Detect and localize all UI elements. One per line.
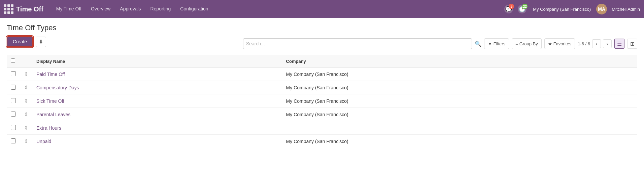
- toolbar: Create ⬇: [7, 36, 46, 47]
- row-company-cell: [282, 121, 629, 135]
- row-company: My Company (San Francisco): [286, 112, 348, 117]
- topnav-right: 💬 5 🕐 22 My Company (San Francisco) MA M…: [503, 4, 640, 14]
- top-navigation: Time Off My Time Off Overview Approvals …: [0, 0, 644, 18]
- row-name-cell: Sick Time Off: [32, 94, 282, 108]
- filters-label: Filters: [494, 41, 505, 46]
- row-checkbox-cell: [7, 81, 20, 94]
- row-company: My Company (San Francisco): [286, 139, 348, 144]
- app-title: Time Off: [16, 5, 43, 13]
- row-extra-cell: [629, 121, 638, 135]
- select-all-checkbox[interactable]: [11, 58, 15, 63]
- row-company-cell: My Company (San Francisco): [282, 135, 629, 148]
- pagination: 1-6 / 6 ‹ ›: [578, 39, 612, 48]
- row-name[interactable]: Compensatory Days: [36, 85, 79, 90]
- row-checkbox[interactable]: [11, 98, 16, 103]
- table-row: ⇕ Parental Leaves My Company (San Franci…: [7, 108, 637, 121]
- row-name[interactable]: Sick Time Off: [36, 98, 64, 104]
- download-icon: ⬇: [39, 39, 43, 45]
- next-page-button[interactable]: ›: [603, 39, 612, 48]
- chat-count: 5: [509, 4, 514, 9]
- row-checkbox-cell: [7, 108, 20, 121]
- drag-handle-cell: ⇕: [20, 121, 32, 135]
- row-name[interactable]: Paid Time Off: [36, 72, 65, 77]
- groupby-icon: ≡: [515, 41, 518, 46]
- groupby-button[interactable]: ≡ Group By: [512, 38, 542, 49]
- table-container: Display Name Company ⇕ Paid Time Off My …: [7, 55, 637, 148]
- table-row: ⇕ Unpaid My Company (San Francisco): [7, 135, 637, 148]
- search-bar: 🔍 ▼ Filters ≡ Group By ★ Favorites 1-6 /…: [49, 38, 637, 49]
- prev-page-button[interactable]: ‹: [592, 39, 601, 48]
- nav-overview[interactable]: Overview: [86, 0, 115, 18]
- drag-handle-cell: ⇕: [20, 108, 32, 121]
- create-button[interactable]: Create: [7, 36, 33, 47]
- row-checkbox-cell: [7, 68, 20, 81]
- row-checkbox[interactable]: [11, 125, 16, 130]
- row-name-cell: Extra Hours: [32, 121, 282, 135]
- list-icon: ☰: [617, 41, 622, 47]
- row-company: My Company (San Francisco): [286, 72, 348, 77]
- row-company-cell: My Company (San Francisco): [282, 68, 629, 81]
- row-checkbox[interactable]: [11, 85, 16, 90]
- filters-button[interactable]: ▼ Filters: [484, 38, 509, 49]
- clock-notifications[interactable]: 🕐 22: [517, 4, 528, 14]
- search-icon: 🔍: [475, 41, 481, 47]
- table-row: ⇕ Compensatory Days My Company (San Fran…: [7, 81, 637, 94]
- nav-approvals[interactable]: Approvals: [115, 0, 145, 18]
- user-name[interactable]: Mitchell Admin: [612, 7, 640, 12]
- grid-view-button[interactable]: ⊞: [627, 39, 637, 49]
- search-button[interactable]: 🔍: [475, 41, 481, 47]
- download-button[interactable]: ⬇: [36, 37, 46, 47]
- chat-notifications[interactable]: 💬 5: [503, 4, 514, 14]
- table-row: ⇕ Extra Hours: [7, 121, 637, 135]
- filter-icon: ▼: [488, 41, 492, 46]
- avatar[interactable]: MA: [596, 4, 607, 14]
- company-name: My Company (San Francisco): [533, 7, 591, 12]
- table-row: ⇕ Paid Time Off My Company (San Francisc…: [7, 68, 637, 81]
- nav-configuration[interactable]: Configuration: [175, 0, 213, 18]
- table-row: ⇕ Sick Time Off My Company (San Francisc…: [7, 94, 637, 108]
- row-name[interactable]: Extra Hours: [36, 125, 61, 131]
- nav-reporting[interactable]: Reporting: [146, 0, 176, 18]
- row-name[interactable]: Unpaid: [36, 139, 51, 144]
- drag-handle-cell: ⇕: [20, 81, 32, 94]
- drag-handle-icon[interactable]: ⇕: [24, 125, 28, 131]
- row-checkbox-cell: [7, 135, 20, 148]
- row-extra-cell: [629, 68, 638, 81]
- company-header: Company: [282, 55, 629, 68]
- row-checkbox[interactable]: [11, 71, 16, 76]
- row-checkbox-cell: [7, 94, 20, 108]
- list-view-button[interactable]: ☰: [614, 39, 624, 49]
- row-name[interactable]: Parental Leaves: [36, 112, 70, 117]
- drag-handle-icon[interactable]: ⇕: [24, 85, 28, 90]
- search-input[interactable]: [246, 41, 469, 46]
- app-grid-icon[interactable]: [4, 4, 13, 14]
- row-company-cell: My Company (San Francisco): [282, 94, 629, 108]
- row-company-cell: My Company (San Francisco): [282, 81, 629, 94]
- extra-col-header: [629, 55, 638, 68]
- select-all-header: [7, 55, 20, 68]
- row-checkbox[interactable]: [11, 112, 16, 117]
- row-company: My Company (San Francisco): [286, 85, 348, 90]
- clock-count: 22: [522, 4, 528, 9]
- groupby-label: Group By: [519, 41, 538, 46]
- drag-handle-header: [20, 55, 32, 68]
- favorites-label: Favorites: [553, 41, 571, 46]
- main-content: Time Off Types Create ⬇ 🔍 ▼ Filters ≡ Gr…: [0, 18, 644, 154]
- pagination-text: 1-6 / 6: [578, 41, 590, 46]
- avatar-initials: MA: [598, 6, 605, 12]
- star-icon: ★: [548, 41, 552, 46]
- row-checkbox[interactable]: [11, 138, 16, 143]
- drag-handle-cell: ⇕: [20, 135, 32, 148]
- table-body: ⇕ Paid Time Off My Company (San Francisc…: [7, 68, 637, 148]
- table-header-row: Display Name Company: [7, 55, 637, 68]
- row-company: My Company (San Francisco): [286, 98, 348, 104]
- display-name-header: Display Name: [32, 55, 282, 68]
- row-company-cell: My Company (San Francisco): [282, 108, 629, 121]
- drag-handle-icon[interactable]: ⇕: [24, 98, 28, 104]
- time-off-types-table: Display Name Company ⇕ Paid Time Off My …: [7, 55, 637, 148]
- drag-handle-icon[interactable]: ⇕: [24, 71, 28, 77]
- drag-handle-icon[interactable]: ⇕: [24, 138, 28, 144]
- nav-my-time-off[interactable]: My Time Off: [52, 0, 86, 18]
- drag-handle-icon[interactable]: ⇕: [24, 112, 28, 117]
- favorites-button[interactable]: ★ Favorites: [544, 38, 575, 49]
